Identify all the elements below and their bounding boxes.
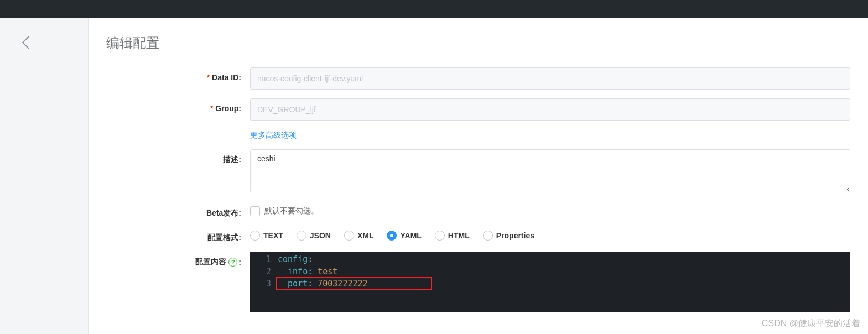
radio-label: Properties: [496, 231, 534, 240]
format-radio-json[interactable]: JSON: [297, 231, 331, 241]
description-label: 描述:: [89, 149, 250, 165]
back-button[interactable]: [21, 35, 31, 51]
advanced-options-link[interactable]: 更多高级选项: [250, 129, 297, 140]
main-content: 编辑配置 *Data ID: *Group: 更多高级选项 描述:: [89, 18, 868, 334]
radio-icon: [387, 231, 397, 241]
data-id-label: *Data ID:: [89, 67, 250, 82]
group-input[interactable]: [250, 98, 850, 121]
radio-label: JSON: [310, 231, 331, 240]
line-number: 2: [250, 265, 271, 278]
radio-icon: [250, 231, 260, 241]
top-header-bar: [0, 0, 868, 18]
format-radio-html[interactable]: HTML: [435, 231, 470, 241]
left-sidebar: [0, 18, 89, 334]
line-number: 1: [250, 253, 271, 265]
radio-icon: [483, 231, 493, 241]
code-line: info: test: [278, 265, 850, 278]
format-radio-properties[interactable]: Properties: [483, 231, 534, 241]
beta-label: Beta发布:: [89, 203, 250, 218]
radio-icon: [344, 231, 354, 241]
format-radio-yaml[interactable]: YAML: [387, 231, 421, 241]
beta-hint: 默认不要勾选。: [264, 206, 319, 216]
group-label: *Group:: [89, 98, 250, 113]
chevron-left-icon: [21, 35, 31, 50]
line-number: 3: [250, 278, 271, 290]
radio-label: YAML: [400, 231, 421, 240]
data-id-input[interactable]: [250, 67, 850, 90]
radio-icon: [435, 231, 445, 241]
format-radio-text[interactable]: TEXT: [250, 231, 283, 241]
format-label: 配置格式:: [89, 227, 250, 243]
radio-label: XML: [357, 231, 374, 240]
code-editor[interactable]: 123 config: info: test port: 7003222222: [250, 252, 850, 312]
format-radio-xml[interactable]: XML: [344, 231, 374, 241]
code-line: port: 7003222222: [278, 278, 850, 290]
radio-label: TEXT: [263, 231, 283, 240]
beta-checkbox[interactable]: [250, 206, 260, 216]
page-title: 编辑配置: [89, 18, 868, 67]
content-label: 配置内容 ? :: [89, 252, 250, 267]
help-icon[interactable]: ?: [228, 258, 237, 267]
code-line: config:: [278, 253, 850, 265]
description-textarea[interactable]: [250, 149, 850, 192]
radio-icon: [297, 231, 306, 241]
radio-label: HTML: [448, 231, 470, 240]
